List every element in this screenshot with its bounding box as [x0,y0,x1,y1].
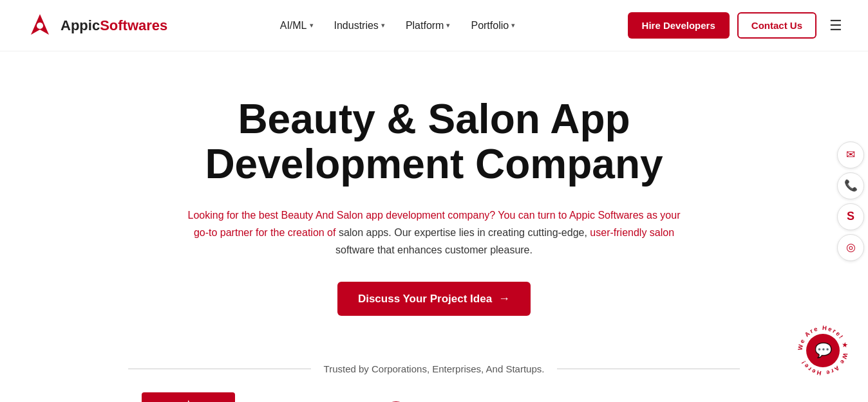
side-icons: ✉ 📞 S ◎ [837,142,868,261]
logo-aavas: ✦ Aavas APNE SAPNE, SAATH HAMAARA [142,392,235,402]
svg-point-1 [37,23,43,29]
hero-section: Beauty & Salon App Development Company L… [0,51,868,335]
nav-item-platform[interactable]: Platform ▾ [406,20,451,32]
side-phone-icon[interactable]: 📞 [837,172,864,199]
side-skype-icon[interactable]: S [837,203,864,230]
chevron-down-icon: ▾ [446,21,450,30]
nav-item-portfolio[interactable]: Portfolio ▾ [471,20,515,32]
logo-icon [26,12,54,40]
nav-actions: Hire Developers Contact Us ☰ [628,12,842,39]
chevron-down-icon: ▾ [310,21,314,30]
chevron-down-icon: ▾ [381,21,385,30]
hamburger-menu-icon[interactable]: ☰ [829,17,842,34]
logo-text: AppicSoftwares [61,17,167,34]
divider-left [128,369,311,369]
chat-button[interactable]: 💬 [806,334,840,367]
cta-button[interactable]: Discuss Your Project Idea → [337,282,531,316]
nav-links: AI/ML ▾ Industries ▾ Platform ▾ Portfoli… [280,20,515,32]
trusted-divider-row: Trusted by Corporations, Enterprises, An… [128,363,740,374]
trusted-section: Trusted by Corporations, Enterprises, An… [0,363,868,402]
chevron-down-icon: ▾ [511,21,515,30]
arrow-icon: → [498,292,510,306]
hero-description: Looking for the best Beauty And Salon ap… [183,206,685,259]
side-email-icon[interactable]: ✉ [837,142,864,169]
we-are-here-badge: We Are Here! ★ We Are Here! 💬 [791,318,855,383]
side-whatsapp-icon[interactable]: ◎ [837,234,864,261]
logos-row: ✦ Aavas APNE SAPNE, SAATH HAMAARA asics … [116,392,751,402]
navbar: AppicSoftwares AI/ML ▾ Industries ▾ Plat… [0,0,868,51]
hero-title: Beauty & Salon App Development Company [144,96,724,187]
trusted-text: Trusted by Corporations, Enterprises, An… [324,363,545,374]
hire-developers-button[interactable]: Hire Developers [628,12,730,39]
nav-item-aiml[interactable]: AI/ML ▾ [280,20,314,32]
chat-icon: 💬 [815,342,832,359]
nav-item-industries[interactable]: Industries ▾ [334,20,385,32]
contact-us-button[interactable]: Contact Us [737,12,816,39]
divider-right [557,369,740,369]
logo[interactable]: AppicSoftwares [26,12,167,40]
